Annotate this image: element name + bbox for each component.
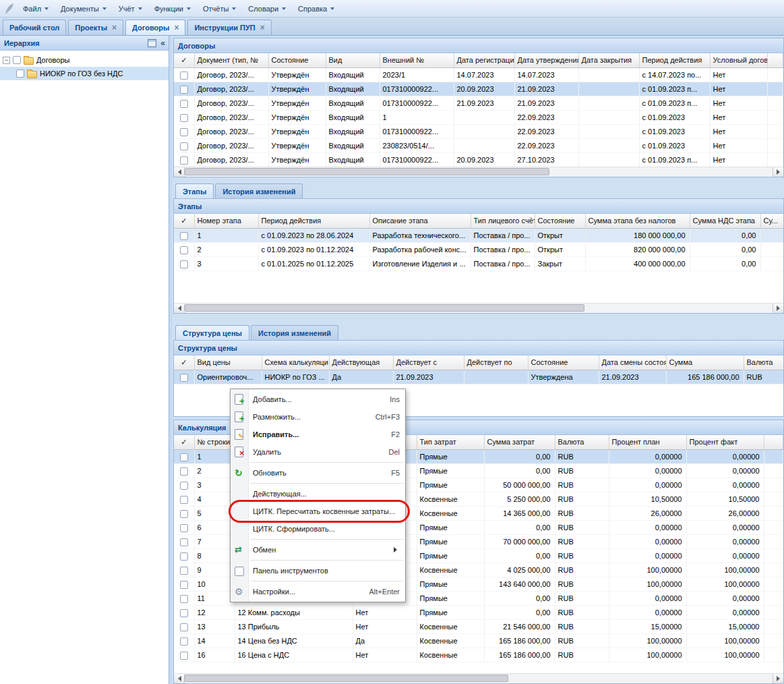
row-checkbox[interactable]	[180, 467, 188, 476]
menu-item[interactable]: Настройки...Alt+Enter	[231, 583, 405, 600]
menu-item[interactable]: Панель инструментов	[231, 562, 405, 579]
column-header[interactable]: Документ (тип, №	[194, 53, 268, 67]
column-header[interactable]: Период действия	[258, 214, 369, 228]
row-checkbox[interactable]	[180, 156, 188, 165]
tab-close-icon[interactable]: ×	[260, 24, 265, 31]
column-header[interactable]: Номер этапа	[194, 214, 258, 228]
column-header[interactable]: Дата закрытия	[578, 53, 639, 67]
column-header[interactable]: Тип затрат	[417, 435, 484, 449]
tab-close-icon[interactable]: ×	[174, 24, 179, 31]
row-checkbox[interactable]	[180, 374, 188, 382]
row-checkbox[interactable]	[180, 232, 188, 240]
app-tab[interactable]: Инструкции ПУП×	[187, 20, 271, 35]
table-row[interactable]: 3с 01.01.2025 по 01.12.2025Изготовление …	[174, 256, 783, 270]
column-header[interactable]: Состояние	[268, 53, 326, 67]
column-header[interactable]: Валюта	[555, 435, 609, 449]
row-checkbox[interactable]	[180, 114, 188, 122]
menubar-item[interactable]: Файл	[17, 0, 55, 17]
menu-item[interactable]: Обмен	[231, 541, 405, 559]
row-checkbox[interactable]	[180, 637, 188, 646]
table-row[interactable]: Договор, 2023/...УтверждёнВходящий017310…	[174, 82, 783, 96]
tree-checkbox[interactable]	[13, 56, 21, 64]
tree-checkbox[interactable]	[16, 69, 24, 78]
menubar-item[interactable]: Документы	[55, 0, 113, 17]
menubar-item[interactable]: Справка	[292, 0, 340, 17]
scroll-left-button[interactable]	[174, 167, 185, 177]
tab-close-icon[interactable]: ×	[112, 24, 117, 31]
column-header[interactable]: Состояние	[528, 355, 599, 370]
menu-item[interactable]: ЦИТК. Сформировать...	[231, 520, 405, 538]
menubar-item[interactable]: Отчёты	[197, 0, 242, 17]
row-checkbox[interactable]	[180, 510, 188, 518]
tree-node[interactable]: Договоры	[0, 53, 169, 67]
row-checkbox[interactable]	[180, 581, 188, 589]
horizontal-scrollbar[interactable]	[174, 303, 783, 313]
column-header[interactable]: Схема калькуляци	[262, 355, 329, 370]
column-header[interactable]: Процент план	[609, 435, 686, 449]
row-checkbox[interactable]	[180, 100, 188, 108]
row-checkbox[interactable]	[180, 567, 188, 575]
row-checkbox[interactable]	[180, 142, 188, 150]
column-header[interactable]: ✓	[174, 435, 194, 449]
column-header[interactable]: Вид цены	[194, 355, 262, 370]
horizontal-scrollbar[interactable]	[174, 673, 783, 683]
table-row[interactable]: Договор, 2023/...УтверждёнВходящий230823…	[174, 138, 783, 152]
table-row[interactable]: 1414 Цена без НДСДаКосвенные165 186 000,…	[174, 633, 783, 648]
table-row[interactable]: Договор, 2023/...УтверждёнВходящий122.09…	[174, 110, 783, 124]
column-header[interactable]: Валюта	[744, 355, 783, 370]
menubar-item[interactable]: Словари	[242, 0, 292, 17]
row-checkbox[interactable]	[180, 72, 188, 80]
menu-item[interactable]: УдалитьDel	[231, 443, 405, 461]
scroll-track[interactable]	[185, 304, 773, 313]
row-checkbox[interactable]	[180, 482, 188, 490]
column-header[interactable]: Дата смены состоя	[599, 355, 666, 370]
column-header[interactable]: Период действия	[639, 53, 710, 67]
menubar-item[interactable]: Функции	[148, 0, 197, 17]
column-header[interactable]: Условный догов...	[710, 53, 767, 67]
column-header[interactable]: ✓	[174, 53, 194, 67]
menu-item[interactable]: ЦИТК. Пересчитать косвенные затраты...	[231, 503, 405, 520]
panel-tab[interactable]: История изменений	[215, 183, 303, 198]
collapse-panel-icon[interactable]	[160, 39, 165, 47]
column-header[interactable]: Сумма НДС этапа	[690, 214, 760, 228]
tree-node[interactable]: НИОКР по ГОЗ без НДС	[0, 67, 169, 80]
row-checkbox[interactable]	[180, 453, 188, 461]
row-checkbox[interactable]	[180, 86, 188, 94]
column-header[interactable]: № строки	[194, 435, 235, 449]
column-header[interactable]: Сумма затрат	[484, 435, 555, 449]
app-tab[interactable]: Проекты×	[68, 20, 123, 35]
table-row[interactable]: 1616 Цена с НДСНетКосвенные165 186 000,0…	[174, 648, 783, 662]
app-logo-icon[interactable]	[3, 3, 16, 15]
row-checkbox[interactable]	[180, 552, 188, 561]
scroll-track[interactable]	[185, 167, 773, 177]
column-header[interactable]: Описание этапа	[369, 214, 471, 228]
tree-expander-icon[interactable]	[3, 57, 10, 64]
table-row[interactable]: Договор, 2023/...УтверждёнВходящий017310…	[174, 124, 783, 138]
column-header[interactable]: Действует по	[464, 355, 528, 370]
panel-tab[interactable]: История изменений	[251, 325, 338, 340]
menu-item[interactable]: ОбновитьF5	[231, 464, 405, 482]
table-row[interactable]: Договор, 2023/...УтверждёнВходящий2023/1…	[174, 67, 783, 82]
app-tab[interactable]: Рабочий стол	[3, 20, 66, 35]
column-header[interactable]: Су...	[760, 214, 783, 228]
table-row[interactable]: Ориентировоч...НИОКР по ГОЗ ...Да21.09.2…	[174, 370, 783, 384]
table-row[interactable]: 1212 Комм. расходыНетПрямые0,00RUB0,0000…	[174, 605, 783, 619]
column-header[interactable]: Вид	[326, 53, 380, 67]
column-header[interactable]: ✓	[174, 214, 194, 228]
row-checkbox[interactable]	[180, 246, 188, 254]
column-header[interactable]: Действует с	[393, 355, 464, 370]
menu-item[interactable]: Размножить...Ctrl+F3	[231, 408, 405, 426]
column-header[interactable]: Внешний №	[380, 53, 454, 67]
row-checkbox[interactable]	[180, 496, 188, 504]
column-header[interactable]: ✓	[174, 355, 194, 370]
app-tab[interactable]: Договоры×	[125, 20, 185, 35]
scroll-right-button[interactable]	[773, 167, 783, 177]
column-header[interactable]: Сумма	[666, 355, 744, 370]
column-header[interactable]: Тип лицевого счёт	[471, 214, 535, 228]
menu-item[interactable]: Добавить...Ins	[231, 391, 405, 408]
scroll-track[interactable]	[185, 674, 773, 683]
grid-view-icon[interactable]	[148, 39, 156, 47]
row-checkbox[interactable]	[180, 595, 188, 603]
row-checkbox[interactable]	[180, 128, 188, 136]
table-row[interactable]: 2с 01.09.2023 по 01.12.2024Разработка ра…	[174, 242, 783, 256]
